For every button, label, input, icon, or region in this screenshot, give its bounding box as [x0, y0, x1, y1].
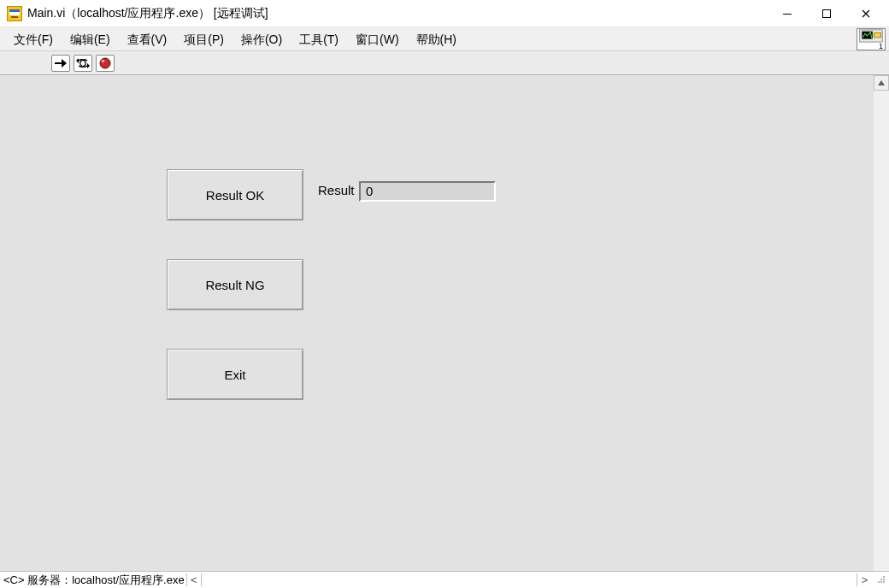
close-button[interactable] — [846, 2, 886, 26]
result-ok-button[interactable]: Result OK — [167, 169, 303, 220]
menu-help[interactable]: 帮助(H) — [408, 27, 465, 51]
run-continuous-button[interactable] — [74, 55, 92, 72]
svg-rect-4 — [783, 14, 792, 15]
toolbar — [0, 51, 889, 75]
front-panel: Result OK Result NG Exit Result 0 — [0, 75, 889, 571]
svg-rect-3 — [11, 16, 18, 18]
menu-project[interactable]: 项目(P) — [175, 27, 233, 51]
menu-file[interactable]: 文件(F) — [5, 27, 62, 51]
status-text: <C> 服务器：localhost/应用程序.exe — [3, 573, 185, 588]
result-indicator: 0 — [359, 181, 496, 202]
svg-point-12 — [880, 581, 882, 583]
app-icon — [7, 6, 22, 21]
menu-view[interactable]: 查看(V) — [119, 27, 176, 51]
svg-point-14 — [883, 579, 885, 580]
minimize-button[interactable] — [768, 2, 807, 26]
svg-point-13 — [878, 581, 880, 583]
status-scroll-left[interactable]: < — [186, 573, 202, 586]
vi-icon[interactable]: 1 — [857, 28, 886, 50]
maximize-button[interactable] — [807, 2, 846, 26]
svg-rect-2 — [9, 9, 20, 12]
menu-edit[interactable]: 编辑(E) — [62, 27, 119, 51]
result-label: Result — [318, 183, 355, 197]
menu-window[interactable]: 窗口(W) — [347, 27, 408, 51]
status-bar: <C> 服务器：localhost/应用程序.exe < > — [0, 571, 889, 588]
menu-tools[interactable]: 工具(T) — [291, 27, 347, 51]
abort-button[interactable] — [96, 55, 115, 72]
svg-point-15 — [880, 579, 882, 580]
svg-point-9 — [100, 58, 110, 68]
svg-point-10 — [102, 59, 105, 62]
resize-grip-icon[interactable] — [872, 573, 886, 586]
result-ng-button[interactable]: Result NG — [167, 259, 303, 310]
scroll-up-button[interactable] — [874, 75, 889, 91]
menu-bar: 文件(F) 编辑(E) 查看(V) 项目(P) 操作(O) 工具(T) 窗口(W… — [0, 27, 889, 51]
run-button[interactable] — [51, 55, 70, 72]
menu-operate[interactable]: 操作(O) — [233, 27, 291, 51]
svg-point-11 — [883, 581, 885, 583]
svg-rect-8 — [874, 32, 881, 37]
svg-rect-5 — [823, 9, 831, 17]
vi-icon-badge: 1 — [857, 43, 885, 50]
window-title: Main.vi（localhost/应用程序.exe） [远程调试] — [27, 6, 268, 21]
exit-button[interactable]: Exit — [167, 349, 303, 400]
title-bar: Main.vi（localhost/应用程序.exe） [远程调试] — [0, 0, 889, 27]
svg-point-16 — [883, 576, 885, 578]
status-scroll-right[interactable]: > — [857, 573, 872, 586]
